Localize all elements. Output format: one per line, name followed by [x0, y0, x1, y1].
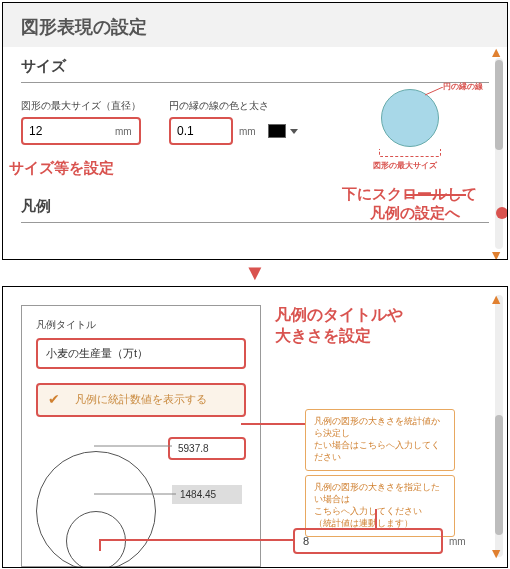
- annotation-scroll-2: 凡例の設定へ: [342, 204, 477, 223]
- size-diagram: 円の縁の線 図形の最大サイズ: [381, 89, 439, 147]
- scrollbar[interactable]: ▲ ▼: [495, 58, 503, 249]
- unit-mm: mm: [447, 536, 472, 547]
- page-title: 図形表現の設定: [3, 3, 507, 47]
- scroll-thumb[interactable]: [495, 415, 503, 535]
- unit-mm: mm: [237, 126, 262, 137]
- legend-size-input[interactable]: 8: [293, 528, 443, 554]
- down-arrow-icon: ▼: [0, 262, 510, 284]
- legend-value-small: 1484.45: [172, 485, 242, 504]
- color-swatch[interactable]: [268, 124, 286, 138]
- legend-preview: 5937.8 1484.45: [36, 431, 246, 568]
- annotation-legend-1: 凡例のタイトルや: [275, 305, 489, 326]
- section-size-title: サイズ: [21, 57, 489, 83]
- max-size-label: 図形の最大サイズ（直径）: [21, 99, 141, 113]
- scrollbar[interactable]: ▲ ▼: [495, 295, 503, 557]
- legend-card: 凡例タイトル 小麦の生産量（万t） ✔ 凡例に統計数値を表示する 5937.8 …: [21, 305, 261, 567]
- hint-top: 凡例の図形の大きさを統計値から決定し たい場合はこちらへ入力してください: [305, 409, 455, 471]
- annotation-marker-icon: [496, 207, 508, 219]
- legend-title-label: 凡例タイトル: [36, 318, 246, 332]
- max-size-input[interactable]: [23, 119, 113, 143]
- legend-title-input[interactable]: 小麦の生産量（万t）: [36, 338, 246, 369]
- chevron-down-icon[interactable]: [290, 129, 298, 134]
- line-width-input[interactable]: [171, 119, 231, 143]
- show-stats-toggle[interactable]: ✔ 凡例に統計数値を表示する: [36, 383, 246, 417]
- scroll-up-icon[interactable]: ▲: [489, 291, 503, 307]
- legend-value-large-input[interactable]: 5937.8: [168, 437, 246, 460]
- svg-line-0: [425, 87, 443, 95]
- scroll-up-icon[interactable]: ▲: [489, 44, 503, 60]
- scroll-down-icon[interactable]: ▼: [489, 545, 503, 561]
- scroll-down-icon[interactable]: ▼: [489, 247, 503, 260]
- unit-mm: mm: [113, 126, 138, 137]
- annotation-legend-2: 大きさを設定: [275, 326, 489, 347]
- scroll-thumb[interactable]: [495, 60, 503, 150]
- check-icon: ✔: [48, 391, 60, 407]
- line-label: 円の縁の線の色と太さ: [169, 99, 298, 113]
- annotation-size: サイズ等を設定: [9, 159, 114, 178]
